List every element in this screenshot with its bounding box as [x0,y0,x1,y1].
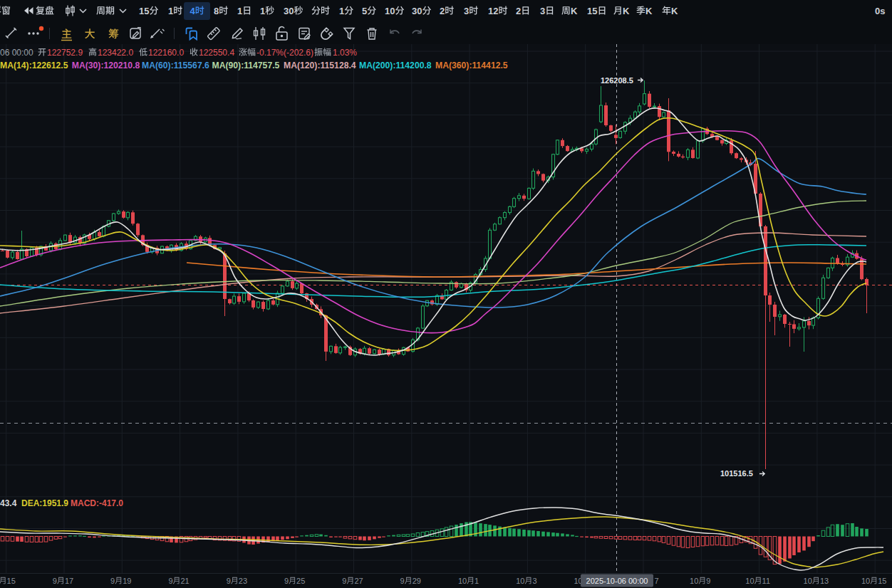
svg-text:12: 12 [488,6,498,16]
svg-text:123422.0: 123422.0 [98,48,133,58]
svg-text:9: 9 [168,577,172,585]
svg-text:27: 27 [354,577,363,585]
svg-text:10: 10 [745,577,754,585]
svg-text:21: 21 [181,577,190,585]
svg-text:8: 8 [214,6,219,16]
svg-text:MACD:-417.0: MACD:-417.0 [71,498,123,508]
svg-text:10: 10 [861,577,870,585]
svg-text:K: K [571,6,578,16]
svg-text:9: 9 [227,577,231,585]
svg-text:9: 9 [400,577,405,585]
svg-text:43.4: 43.4 [0,498,17,508]
svg-text:06 00:00: 06 00:00 [0,48,33,58]
svg-text:MA(30):120210.8: MA(30):120210.8 [72,61,140,70]
svg-text:1.03%: 1.03% [333,48,357,58]
svg-text:MA(360):114412.5: MA(360):114412.5 [435,61,508,70]
svg-text:3: 3 [540,6,545,16]
svg-text:15: 15 [587,6,597,16]
svg-text:3: 3 [464,6,469,16]
svg-text:10: 10 [458,577,467,585]
svg-text:29: 29 [413,577,421,585]
svg-text:K: K [623,6,630,16]
svg-text:13: 13 [820,577,829,585]
svg-text:11: 11 [762,577,770,585]
svg-text:15: 15 [878,577,886,585]
svg-text:DEA:1951.9: DEA:1951.9 [21,498,68,508]
svg-text:122752.9: 122752.9 [47,48,83,58]
svg-text:MA(90):114757.5: MA(90):114757.5 [212,61,280,70]
svg-text:10: 10 [690,577,698,585]
svg-text:9: 9 [284,577,289,585]
svg-text:30: 30 [412,6,422,16]
svg-text:15: 15 [7,577,16,585]
svg-text:4: 4 [190,6,196,16]
svg-text:25: 25 [296,577,305,585]
svg-text:122160.0: 122160.0 [148,48,184,58]
svg-text:1: 1 [339,6,344,16]
svg-text:126208.5: 126208.5 [601,76,633,85]
svg-text:K: K [645,6,653,16]
svg-text:23: 23 [239,577,247,585]
svg-text:10: 10 [804,577,812,585]
svg-text:3: 3 [532,577,536,585]
svg-text:MA(14):122612.5: MA(14):122612.5 [0,61,68,70]
svg-text:1: 1 [168,6,173,16]
svg-text:9: 9 [53,577,57,585]
svg-text:-0.17%(-202.6): -0.17%(-202.6) [256,48,313,58]
svg-text:15: 15 [139,6,149,16]
svg-text:MA(200):114200.8: MA(200):114200.8 [359,61,432,70]
svg-text:9: 9 [342,577,346,585]
svg-text:2: 2 [516,6,521,16]
svg-text:7: 7 [655,577,659,585]
svg-text:1: 1 [260,6,265,16]
svg-text:10: 10 [385,6,395,16]
svg-text:MA(120):115128.4: MA(120):115128.4 [284,61,356,70]
svg-text:101516.5: 101516.5 [720,469,753,478]
svg-text:9: 9 [706,577,710,585]
svg-text:10: 10 [516,577,524,585]
svg-text:9: 9 [110,577,115,585]
svg-text:MA(60):115567.6: MA(60):115567.6 [142,61,209,70]
svg-text:122550.4: 122550.4 [199,48,234,58]
svg-text:5: 5 [362,6,367,16]
svg-text:17: 17 [65,577,73,585]
svg-text:2025-10-06 00:00: 2025-10-06 00:00 [586,577,648,585]
svg-text:0s: 0s [875,6,885,16]
svg-text:1: 1 [237,6,242,16]
svg-text:K: K [671,6,678,16]
svg-text:30: 30 [284,6,294,16]
svg-text:2: 2 [440,6,445,16]
svg-text:19: 19 [123,577,131,585]
svg-text:1: 1 [474,577,479,585]
